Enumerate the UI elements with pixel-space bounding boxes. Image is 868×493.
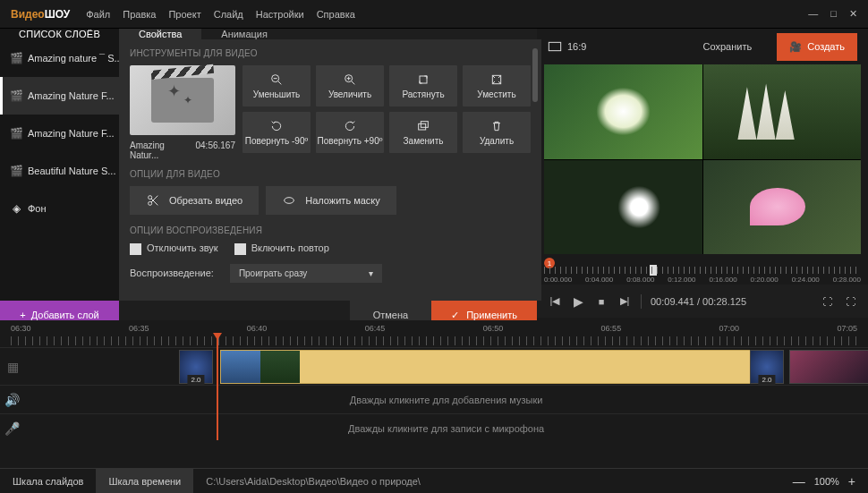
layer-item[interactable]: 🎬Amazing Nature F... bbox=[0, 115, 119, 152]
playback-label: Воспроизведение: bbox=[130, 268, 214, 278]
prev-button[interactable]: |◀ bbox=[548, 294, 562, 309]
save-button[interactable]: Сохранить bbox=[689, 33, 767, 60]
svg-line-14 bbox=[151, 196, 157, 202]
bottom-bar: Шкала слайдов Шкала времени C:\Users\Aid… bbox=[0, 468, 868, 493]
apply-mask-button[interactable]: Наложить маску bbox=[266, 186, 396, 215]
snapshot-button[interactable]: ⛶ bbox=[820, 294, 834, 309]
svg-rect-10 bbox=[421, 122, 428, 128]
play-button[interactable]: ▶ bbox=[571, 294, 585, 309]
layer-item[interactable]: 🎬Amazing nature ¯ S... bbox=[0, 39, 119, 77]
image-clip[interactable] bbox=[789, 350, 868, 384]
tab-slide-scale[interactable]: Шкала слайдов bbox=[0, 469, 96, 493]
preview-viewport[interactable] bbox=[544, 64, 861, 254]
transition-clip[interactable]: 2.0 bbox=[750, 350, 784, 384]
create-button[interactable]: 🎥Создать bbox=[777, 33, 857, 61]
layer-item[interactable]: 🎬Beautiful Nature S... bbox=[0, 152, 119, 190]
time-display: 00:09.441 / 00:28.125 bbox=[651, 296, 746, 307]
svg-line-4 bbox=[352, 81, 354, 84]
menu-help[interactable]: Справка bbox=[317, 9, 355, 20]
zoom-in-button[interactable]: Увеличить bbox=[316, 65, 384, 106]
titlebar: ВидеоШОУ Файл Правка Проект Слайд Настро… bbox=[0, 0, 868, 29]
rotate-right-button[interactable]: Повернуть +90º bbox=[316, 112, 384, 153]
plus-icon: + bbox=[20, 310, 25, 320]
fit-button[interactable]: Уместить bbox=[463, 65, 531, 106]
clapperboard-icon: 🎬 bbox=[10, 165, 22, 177]
section-play-opts: ОПЦИИ ВОСПРОИЗВЕДЕНИЯ bbox=[130, 225, 531, 235]
video-track[interactable]: ▦ 2.0 2.0 bbox=[0, 347, 868, 385]
app-logo: ВидеоШОУ bbox=[11, 8, 70, 21]
maximize-button[interactable]: □ bbox=[830, 8, 837, 20]
zoom-in-btn[interactable]: + bbox=[848, 474, 855, 489]
preview-panel: 16:9 Сохранить 🎥Создать 1 0:00.0000:04.0… bbox=[537, 29, 868, 320]
microphone-icon: 🎤 bbox=[0, 421, 24, 436]
section-video-opts: ОПЦИИ ДЛЯ ВИДЕО bbox=[130, 169, 531, 179]
svg-point-15 bbox=[285, 198, 294, 204]
svg-rect-9 bbox=[419, 123, 426, 130]
menu-settings[interactable]: Настройки bbox=[256, 9, 304, 20]
filmstrip-icon: ▦ bbox=[0, 360, 25, 374]
video-thumbnail[interactable]: ✦✦ Amazing Natur...04:56.167 bbox=[130, 65, 235, 160]
window-controls: — □ ✕ bbox=[808, 8, 857, 20]
crop-video-button[interactable]: Обрезать видео bbox=[130, 186, 259, 215]
menu-slide[interactable]: Слайд bbox=[214, 9, 243, 20]
replace-button[interactable]: Заменить bbox=[389, 112, 457, 153]
svg-rect-16 bbox=[549, 42, 560, 50]
minimize-button[interactable]: — bbox=[808, 8, 818, 20]
transition-clip[interactable]: 2.0 bbox=[179, 350, 213, 384]
speaker-icon: 🔊 bbox=[0, 393, 24, 407]
playback-controls: |◀ ▶ ■ ▶| 00:09.441 / 00:28.125 ⛶ ⛶ bbox=[537, 285, 868, 318]
delete-button[interactable]: Удалить bbox=[463, 112, 531, 153]
timeline-ruler[interactable]: 06:3006:3506:4006:4506:5006:5507:0007:05 bbox=[0, 320, 868, 347]
loop-checkbox[interactable]: Включить повтор bbox=[234, 242, 329, 255]
properties-panel: ИНСТРУМЕНТЫ ДЛЯ ВИДЕО ✦✦ Amazing Natur..… bbox=[119, 39, 541, 301]
menu-project[interactable]: Проект bbox=[168, 9, 200, 20]
next-button[interactable]: ▶| bbox=[617, 294, 632, 309]
aspect-ratio[interactable]: 16:9 bbox=[548, 41, 586, 52]
project-path: C:\Users\Aida\Desktop\Видео\Видео о прир… bbox=[193, 476, 779, 487]
layer-item[interactable]: 🎬Amazing Nature F... bbox=[0, 77, 119, 115]
rotate-left-button[interactable]: Повернуть -90º bbox=[243, 112, 311, 153]
layers-title: СПИСОК СЛОЁВ bbox=[0, 29, 119, 39]
camera-icon: 🎥 bbox=[789, 41, 802, 53]
layer-list: 🎬Amazing nature ¯ S... 🎬Amazing Nature F… bbox=[0, 39, 119, 301]
tab-properties[interactable]: Свойства bbox=[119, 29, 201, 39]
paint-icon: ◈ bbox=[10, 202, 22, 215]
zoom-out-button[interactable]: Уменьшить bbox=[243, 65, 311, 106]
preview-ruler[interactable]: 1 0:00.0000:04.0000:08.0000:12.0000:16.0… bbox=[544, 259, 861, 285]
stop-button[interactable]: ■ bbox=[594, 294, 608, 309]
left-panel: СПИСОК СЛОЁВ Свойства Анимация 🎬Amazing … bbox=[0, 29, 537, 320]
mute-checkbox[interactable]: Отключить звук bbox=[130, 242, 218, 255]
menu-file[interactable]: Файл bbox=[86, 9, 110, 20]
checkmark-icon: ✓ bbox=[451, 310, 459, 321]
main-menu: Файл Правка Проект Слайд Настройки Справ… bbox=[86, 9, 355, 20]
chevron-down-icon: ▾ bbox=[369, 268, 373, 278]
svg-line-1 bbox=[278, 81, 281, 84]
music-track[interactable]: 🔊 Дважды кликните для добавления музыки bbox=[0, 385, 868, 413]
close-button[interactable]: ✕ bbox=[849, 8, 857, 20]
zoom-level: 100% bbox=[814, 476, 839, 487]
timeline-tracks: ▦ 2.0 2.0 🔊 Дважды кликните для добавлен… bbox=[0, 347, 868, 442]
playback-select[interactable]: Проиграть сразу▾ bbox=[230, 264, 382, 283]
scrollbar[interactable] bbox=[532, 48, 538, 102]
zoom-out-btn[interactable]: — bbox=[793, 474, 805, 489]
clapperboard-icon: 🎬 bbox=[10, 89, 22, 102]
svg-rect-7 bbox=[420, 76, 427, 83]
video-clip[interactable] bbox=[220, 350, 757, 384]
tab-animation[interactable]: Анимация bbox=[201, 29, 287, 39]
clapperboard-icon: 🎬 bbox=[10, 127, 22, 140]
layer-item-background[interactable]: ◈Фон bbox=[0, 190, 119, 227]
clapperboard-icon: 🎬 bbox=[10, 52, 22, 64]
stretch-button[interactable]: Растянуть bbox=[389, 65, 457, 106]
menu-edit[interactable]: Правка bbox=[123, 9, 156, 20]
tab-time-scale[interactable]: Шкала времени bbox=[96, 469, 193, 493]
fullscreen-button[interactable]: ⛶ bbox=[843, 294, 857, 309]
section-video-tools: ИНСТРУМЕНТЫ ДЛЯ ВИДЕО bbox=[130, 48, 531, 58]
mic-track[interactable]: 🎤 Дважды кликните для записи с микрофона bbox=[0, 413, 868, 442]
svg-line-13 bbox=[151, 199, 157, 205]
